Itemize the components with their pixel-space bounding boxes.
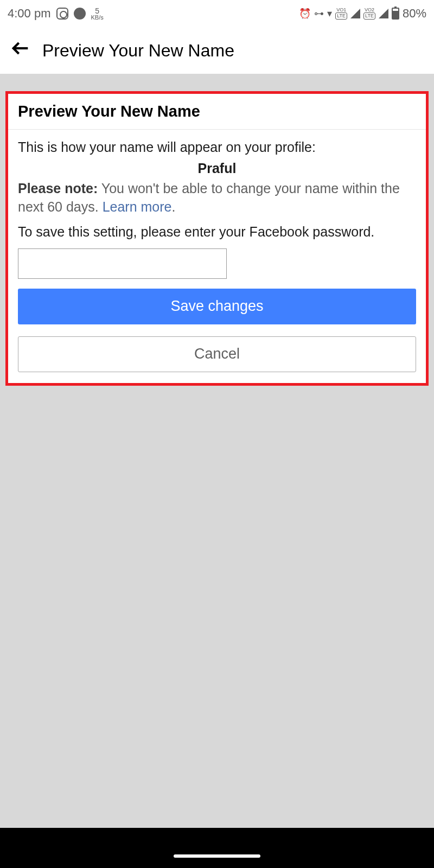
card-body: This is how your name will appear on you… <box>8 130 426 383</box>
save-changes-button[interactable]: Save changes <box>18 289 416 324</box>
preview-card: Preview Your New Name This is how your n… <box>5 91 429 386</box>
battery-percentage: 80% <box>403 7 426 21</box>
battery-icon <box>392 8 399 20</box>
password-input[interactable] <box>18 248 227 279</box>
volte1-icon: VO1 LTE <box>335 8 347 20</box>
navigation-bar <box>0 828 434 868</box>
save-instruction: To save this setting, please enter your … <box>18 224 416 240</box>
alarm-icon: ⏰ <box>299 8 311 20</box>
intro-text: This is how your name will appear on you… <box>18 139 416 155</box>
signal2-icon <box>379 9 388 18</box>
cancel-button[interactable]: Cancel <box>18 336 416 372</box>
volte2-icon: VO2 LTE <box>363 8 375 20</box>
note-period: . <box>172 199 176 214</box>
key-icon: ⊶ <box>314 8 324 20</box>
back-arrow-icon[interactable] <box>10 37 31 64</box>
speed-unit: KB/s <box>91 15 104 21</box>
content-area: Preview Your New Name This is how your n… <box>0 91 434 386</box>
home-indicator[interactable] <box>174 854 260 858</box>
status-left: 4:00 pm 5 KB/s <box>8 7 104 21</box>
page-title: Preview Your New Name <box>42 41 234 61</box>
status-right: ⏰ ⊶ ▾ VO1 LTE VO2 LTE 80% <box>299 7 426 21</box>
card-title: Preview Your New Name <box>8 94 426 130</box>
notification-dot-icon <box>74 8 86 20</box>
status-time: 4:00 pm <box>8 7 51 21</box>
wifi-icon: ▾ <box>327 8 332 20</box>
app-header: Preview Your New Name <box>0 27 434 75</box>
name-preview: Praful <box>18 161 416 176</box>
learn-more-link[interactable]: Learn more <box>103 199 172 214</box>
speed-value: 5 <box>95 7 99 15</box>
status-bar: 4:00 pm 5 KB/s ⏰ ⊶ ▾ VO1 LTE VO2 LTE 80% <box>0 0 434 27</box>
note-text: Please note: You won't be able to change… <box>18 180 416 216</box>
signal1-icon <box>350 9 360 18</box>
network-speed: 5 KB/s <box>91 7 104 21</box>
note-label: Please note: <box>18 181 98 196</box>
instagram-icon <box>56 8 68 20</box>
